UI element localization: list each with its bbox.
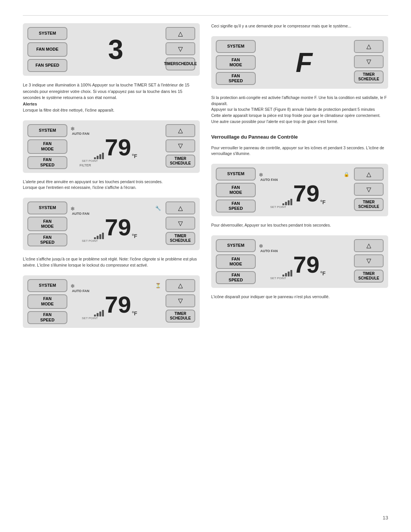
display-area-2: F: [256, 40, 352, 85]
timer-schedule-button-5[interactable]: TIMERSCHEDULE: [166, 232, 195, 245]
left-buttons-7: SYSTEM FANMODE FANSPEED: [27, 279, 67, 324]
display-area-1: 3: [67, 27, 164, 72]
text-block-1: Le 3 indique une illumination à 100% App…: [23, 82, 200, 113]
system-button-4[interactable]: SYSTEM: [216, 168, 256, 181]
timer-schedule-button-4[interactable]: TIMERSCHEDULE: [354, 198, 384, 211]
arrow-down-button-1[interactable]: ▽: [166, 42, 195, 55]
fan-speed-button-4[interactable]: FANSPEED: [216, 200, 256, 212]
fan-speed-button-6[interactable]: FANSPEED: [216, 271, 256, 284]
fan-speed-button-5[interactable]: FANSPEED: [27, 233, 67, 246]
set-point-label-7: SET POINT: [82, 316, 98, 320]
fan-bar-3: [94, 152, 104, 159]
fan-speed-button-7[interactable]: FANSPEED: [27, 311, 67, 324]
arrow-up-button-5[interactable]: △: [166, 201, 195, 214]
left-buttons-2: SYSTEM FANMODE FANSPEED: [216, 40, 256, 85]
text-block-right-top: Ceci signifie qu'il y a une demande pour…: [211, 23, 388, 29]
fan-mode-button-1[interactable]: FAN MODE: [27, 42, 67, 57]
right-buttons-2: △ ▽ TIMERSCHEDULE: [352, 40, 384, 85]
arrow-down-button-3[interactable]: ▽: [166, 139, 195, 152]
temp-display-3: 79: [105, 136, 131, 159]
panel-6: SYSTEM FANMODE FANSPEED ❄ AUTO FAN: [211, 235, 388, 288]
auto-fan-label-6: AUTO FAN: [260, 249, 278, 253]
left-buttons-4: SYSTEM FANMODE FANSPEED: [216, 168, 256, 212]
system-button-3[interactable]: SYSTEM: [27, 124, 67, 137]
temp-display-5: 79: [105, 216, 131, 239]
right-buttons-3: △ ▽ TIMERSCHEDULE: [164, 124, 195, 169]
snowflake-icon-5: ❄: [70, 206, 75, 212]
fan-mode-button-2[interactable]: FANMODE: [216, 55, 256, 70]
arrow-down-button-6[interactable]: ▽: [354, 254, 384, 267]
set-point-label-6: SET POINT: [270, 276, 286, 280]
text-block-3: L'alerte peut être annulée en appuyant s…: [23, 179, 200, 191]
timer-schedule-button-2[interactable]: TIMERSCHEDULE: [354, 70, 384, 83]
wrench-icon-5: 🔧: [155, 206, 161, 211]
auto-fan-label-5: AUTO FAN: [72, 212, 89, 216]
degree-7: °F: [132, 310, 137, 316]
hourglass-icon-7: ⏳: [155, 283, 161, 288]
timer-schedule-button-7[interactable]: TIMERSCHEDULE: [166, 310, 195, 323]
arrow-down-button-7[interactable]: ▽: [166, 294, 195, 307]
fan-mode-button-7[interactable]: FANMODE: [27, 294, 67, 309]
temp-display-6: 79: [293, 253, 319, 276]
snowflake-icon-6: ❄: [259, 243, 263, 249]
right-buttons-6: △ ▽ TIMERSCHEDULE: [352, 239, 384, 284]
arrow-up-button-2[interactable]: △: [354, 40, 384, 53]
text-block-5: L'icône s'affiche jusqu'à ce que le prob…: [23, 256, 200, 268]
left-buttons-1: SYSTEM FAN MODE FAN SPEED: [27, 27, 67, 72]
degree-4: °F: [320, 199, 325, 205]
degree-5: °F: [132, 233, 137, 239]
fan-mode-button-3[interactable]: FANMODE: [27, 139, 67, 154]
timer-schedule-button-3[interactable]: TIMERSCHEDULE: [166, 155, 195, 168]
fan-speed-button-1[interactable]: FAN SPEED: [27, 59, 67, 72]
arrow-down-button-2[interactable]: ▽: [354, 55, 384, 68]
text-block-unlock: Pour déverrouiller, Appuyer sur les touc…: [211, 222, 388, 228]
display-area-7: ❄ ⏳ AUTO FAN: [67, 279, 164, 324]
arrow-down-button-4[interactable]: ▽: [354, 183, 384, 196]
arrow-up-button-6[interactable]: △: [354, 239, 384, 252]
panel-3: SYSTEM FANMODE FANSPEED ❄ AUTO FAN: [23, 120, 200, 173]
left-buttons-6: SYSTEM FANMODE FANSPEED: [216, 239, 256, 284]
display-letter-2: F: [296, 49, 312, 76]
display-area-5: ❄ 🔧 AUTO FAN: [67, 201, 164, 246]
page-number: 13: [383, 515, 388, 521]
right-buttons-5: △ ▽ TIMERSCHEDULE: [164, 201, 195, 246]
text-block-lock: Pour verrouiller le panneau de contrôle,…: [211, 145, 388, 157]
arrow-up-button-3[interactable]: △: [166, 124, 195, 137]
fan-bar-5: [94, 232, 104, 239]
fan-speed-button-2[interactable]: FANSPEED: [216, 72, 256, 85]
display-area-3: ❄ AUTO FAN: [67, 124, 164, 169]
auto-fan-label-7: AUTO FAN: [72, 289, 89, 293]
right-buttons-7: △ ▽ TIMERSCHEDULE: [164, 279, 195, 324]
right-buttons-1: △ ▽ TIMERSCHEDULE: [164, 27, 195, 72]
fan-mode-button-5[interactable]: FANMODE: [27, 217, 67, 231]
timer-schedule-button-1[interactable]: TIMERSCHEDULE: [166, 58, 195, 70]
panel-7: SYSTEM FANMODE FANSPEED ❄ ⏳ AUTO FAN: [23, 275, 200, 328]
display-number-1: 3: [108, 36, 123, 63]
system-button-6[interactable]: SYSTEM: [216, 239, 256, 252]
lock-icon-4: 🔒: [344, 172, 349, 177]
fan-bar-6: [282, 269, 292, 276]
snowflake-icon-7: ❄: [70, 283, 75, 289]
auto-fan-label-4: AUTO FAN: [260, 178, 278, 182]
system-button-1[interactable]: SYSTEM: [27, 27, 67, 40]
arrow-up-button-7[interactable]: △: [166, 279, 195, 292]
arrow-up-button-4[interactable]: △: [354, 168, 384, 181]
panel-5: SYSTEM FANMODE FANSPEED ❄ 🔧 AUTO FAN: [23, 198, 200, 250]
system-button-5[interactable]: SYSTEM: [27, 201, 67, 214]
set-point-label-3: SET POINT: [82, 159, 98, 163]
system-button-2[interactable]: SYSTEM: [216, 40, 256, 53]
timer-schedule-button-6[interactable]: TIMERSCHEDULE: [354, 270, 384, 283]
set-point-label-5: SET POINT: [82, 239, 98, 243]
arrow-down-button-5[interactable]: ▽: [166, 217, 195, 230]
temp-display-4: 79: [293, 182, 319, 205]
right-buttons-4: △ ▽ TIMERSCHEDULE: [352, 168, 384, 212]
fan-mode-button-4[interactable]: FANMODE: [216, 183, 256, 197]
fan-mode-button-6[interactable]: FANMODE: [216, 254, 256, 269]
degree-3: °F: [132, 153, 137, 159]
left-buttons-3: SYSTEM FANMODE FANSPEED: [27, 124, 67, 169]
system-button-7[interactable]: SYSTEM: [27, 279, 67, 292]
text-block-2: Si la protection anti-congèle est activé…: [211, 95, 388, 125]
arrow-up-button-1[interactable]: △: [166, 27, 195, 40]
fan-bar-4: [282, 198, 292, 205]
fan-speed-button-3[interactable]: FANSPEED: [27, 156, 67, 169]
